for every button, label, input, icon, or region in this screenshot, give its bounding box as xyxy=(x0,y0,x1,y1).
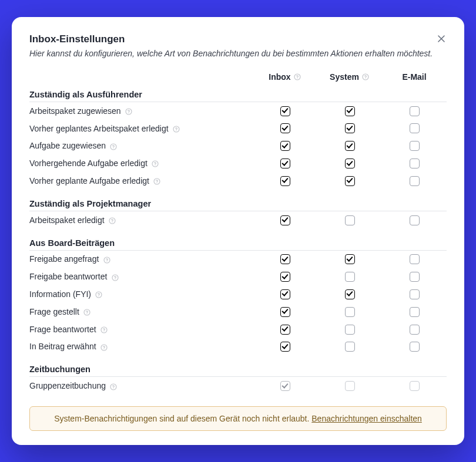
column-header-system: System xyxy=(317,69,382,87)
system-checkbox[interactable] xyxy=(345,159,355,168)
setting-label-text: Frage beantwortet xyxy=(29,325,96,334)
column-header-system-label: System xyxy=(330,72,359,82)
setting-label-text: Frage gestellt xyxy=(29,307,79,316)
inbox-checkbox[interactable] xyxy=(280,307,290,317)
inbox-checkbox[interactable] xyxy=(280,159,290,168)
setting-row: Arbeitspaket zugewiesen xyxy=(29,102,447,119)
help-icon[interactable] xyxy=(83,309,91,316)
email-checkbox[interactable] xyxy=(410,342,420,352)
inbox-checkbox[interactable] xyxy=(280,272,290,282)
help-icon[interactable] xyxy=(362,73,370,80)
setting-label-text: Freigabe beantwortet xyxy=(29,272,107,281)
system-checkbox[interactable] xyxy=(345,123,355,133)
close-button[interactable] xyxy=(436,33,447,44)
inbox-checkbox[interactable] xyxy=(280,325,290,335)
svg-point-25 xyxy=(87,313,88,314)
inbox-checkbox[interactable] xyxy=(280,176,290,186)
setting-label-text: Freigabe angefragt xyxy=(29,254,99,264)
help-icon[interactable] xyxy=(111,274,119,281)
help-icon[interactable] xyxy=(153,178,161,186)
setting-row: Freigabe angefragt xyxy=(29,250,447,268)
enable-notifications-link[interactable]: Benachrichtungen einschalten xyxy=(311,414,422,423)
setting-label-text: Vorher geplantes Arbeitspaket erledigt xyxy=(29,124,169,133)
help-icon[interactable] xyxy=(110,143,118,150)
system-checkbox[interactable] xyxy=(345,141,355,151)
email-checkbox[interactable] xyxy=(410,215,420,225)
setting-label: Arbeitspaket erledigt xyxy=(29,211,253,228)
system-checkbox[interactable] xyxy=(345,325,355,335)
section-heading: Aus Board-Beiträgen xyxy=(29,229,447,251)
column-header-inbox: Inbox xyxy=(253,69,317,87)
setting-row: Information (FYI) xyxy=(29,285,447,303)
setting-row: Vorher geplantes Arbeitspaket erledigt xyxy=(29,120,447,137)
inbox-checkbox[interactable] xyxy=(280,254,290,264)
setting-label-text: Arbeitspaket zugewiesen xyxy=(29,106,121,116)
system-checkbox[interactable] xyxy=(345,272,355,282)
setting-label: Freigabe angefragt xyxy=(29,250,253,268)
inbox-checkbox[interactable] xyxy=(280,106,290,116)
help-icon[interactable] xyxy=(100,326,108,333)
email-checkbox[interactable] xyxy=(410,272,420,282)
inbox-checkbox[interactable] xyxy=(280,215,290,225)
help-icon[interactable] xyxy=(152,160,159,168)
setting-row: In Beitrag erwähnt xyxy=(29,338,447,356)
email-checkbox[interactable] xyxy=(410,325,420,335)
banner-text: System-Benachrichtigungen sind auf diese… xyxy=(54,414,311,423)
help-icon[interactable] xyxy=(110,383,118,390)
setting-label: Frage gestellt xyxy=(29,303,253,321)
setting-label: Frage beantwortet xyxy=(29,321,253,338)
system-checkbox[interactable] xyxy=(345,307,355,317)
svg-point-27 xyxy=(104,331,105,332)
setting-label: Freigabe beantwortet xyxy=(29,268,253,285)
help-icon[interactable] xyxy=(103,256,110,264)
inbox-checkbox[interactable] xyxy=(280,123,290,133)
help-icon[interactable] xyxy=(100,343,108,351)
setting-label-text: Gruppenzeitbuchung xyxy=(29,381,106,390)
section-heading: Zuständig als Projektmanager xyxy=(29,190,447,211)
setting-label: Gruppenzeitbuchung xyxy=(29,377,253,394)
help-icon[interactable] xyxy=(109,217,116,224)
system-checkbox[interactable] xyxy=(345,215,355,225)
column-header-email: E-Mail xyxy=(382,69,447,87)
section-heading: Zuständig als Ausführender xyxy=(29,87,447,102)
inbox-checkbox[interactable] xyxy=(280,141,290,151)
help-icon[interactable] xyxy=(125,108,133,116)
system-checkbox[interactable] xyxy=(345,176,355,186)
inbox-checkbox[interactable] xyxy=(280,342,290,352)
setting-row: Gruppenzeitbuchung xyxy=(29,377,447,394)
svg-point-15 xyxy=(157,183,157,183)
setting-label: Arbeitspaket zugewiesen xyxy=(29,102,253,119)
help-icon[interactable] xyxy=(294,73,301,80)
setting-row: Arbeitspaket erledigt xyxy=(29,211,447,228)
svg-point-9 xyxy=(176,130,177,131)
close-icon xyxy=(437,35,445,43)
svg-point-5 xyxy=(366,78,366,79)
email-checkbox[interactable] xyxy=(410,176,420,186)
svg-point-19 xyxy=(106,261,107,262)
help-icon[interactable] xyxy=(95,291,103,299)
system-checkbox xyxy=(345,381,355,391)
email-checkbox[interactable] xyxy=(410,123,420,133)
email-checkbox[interactable] xyxy=(410,254,420,264)
email-checkbox[interactable] xyxy=(410,289,420,299)
settings-table: Inbox System E xyxy=(29,69,447,394)
system-checkbox[interactable] xyxy=(345,254,355,264)
inbox-checkbox[interactable] xyxy=(280,289,290,299)
setting-label-text: Vorhergehende Aufgabe erledigt xyxy=(29,159,148,168)
setting-label-text: Aufgabe zugewiesen xyxy=(29,141,106,150)
email-checkbox[interactable] xyxy=(410,307,420,317)
setting-label: Aufgabe zugewiesen xyxy=(29,137,253,154)
email-checkbox[interactable] xyxy=(410,159,420,168)
system-checkbox[interactable] xyxy=(345,106,355,116)
help-icon[interactable] xyxy=(173,125,180,133)
system-notification-banner: System-Benachrichtigungen sind auf diese… xyxy=(29,406,447,431)
svg-point-7 xyxy=(129,113,129,113)
email-checkbox[interactable] xyxy=(410,141,420,151)
system-checkbox[interactable] xyxy=(345,289,355,299)
email-checkbox[interactable] xyxy=(410,106,420,116)
setting-row: Vorher geplante Aufgabe erledigt xyxy=(29,172,447,190)
system-checkbox[interactable] xyxy=(345,342,355,352)
modal-subtitle: Hier kannst du konfigurieren, welche Art… xyxy=(29,49,447,58)
setting-label: In Beitrag erwähnt xyxy=(29,338,253,356)
setting-label-text: Vorher geplante Aufgabe erledigt xyxy=(29,176,149,186)
